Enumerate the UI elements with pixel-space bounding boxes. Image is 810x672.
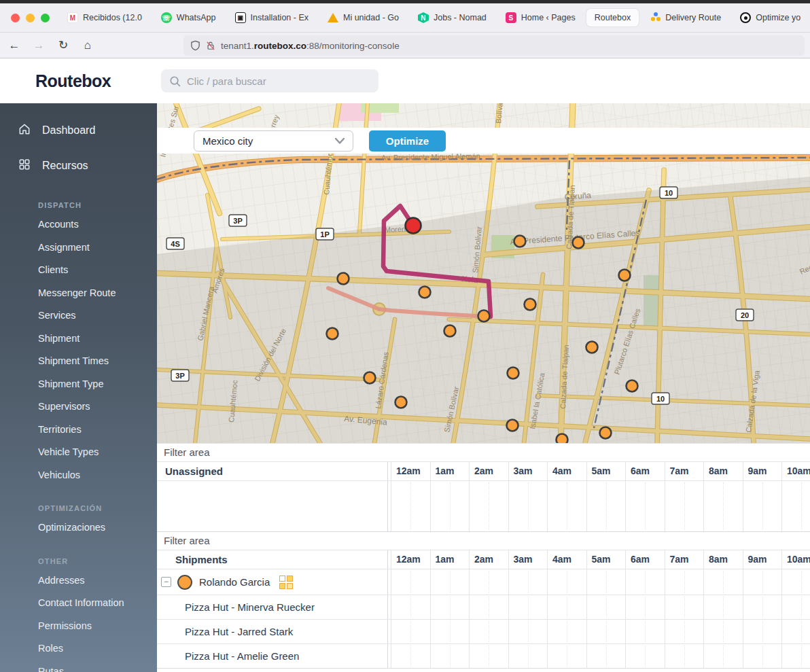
browser-toolbar: ← → ↻ ⌂ tenant1.routebox.co:88/monitorin…: [0, 33, 810, 58]
browser-tab-jobs-nomad[interactable]: Jobs - Nomad: [410, 8, 495, 27]
road-badge: 3P: [171, 370, 189, 381]
tab-label: Recibidos (12.0: [83, 13, 142, 22]
hour-cell: [547, 620, 586, 643]
shipment-marker[interactable]: [507, 420, 518, 431]
home-button[interactable]: ⌂: [77, 36, 98, 55]
browser-tab-home-pages[interactable]: Home ‹ Pages: [497, 8, 584, 27]
timeline-panel-unassigned: Filter areaUnassigned12am1am2am3am4am5am…: [157, 444, 810, 532]
column-header-unassigned: Unassigned: [157, 462, 388, 480]
sidebar-item-vehicle-types[interactable]: Vehicle Types: [0, 441, 157, 464]
sidebar-item-rutas[interactable]: Rutas: [0, 660, 157, 672]
browser-tab-recibidos-12-0[interactable]: Recibidos (12.0: [59, 8, 150, 27]
sidebar-item-services[interactable]: Services: [0, 304, 157, 328]
shipment-marker[interactable]: [419, 287, 431, 298]
shipment-marker[interactable]: [364, 372, 376, 384]
forward-button[interactable]: →: [29, 36, 49, 55]
hour-cell: [743, 620, 782, 643]
sidebar-item-messenger-route[interactable]: Messenger Route: [0, 282, 157, 305]
hour-header-cell: 3am: [508, 550, 548, 569]
collapse-icon[interactable]: −: [161, 577, 171, 587]
road-badge: 1P: [316, 228, 334, 240]
hour-header-cell: 5am: [586, 550, 626, 569]
sidebar-item-recursos[interactable]: Recursos: [0, 148, 157, 183]
minimize-window-button[interactable]: [26, 14, 35, 22]
filter-area[interactable]: Filter area: [157, 532, 810, 550]
sidebar-item-supervisors[interactable]: Supervisors: [0, 395, 157, 419]
shipment-marker[interactable]: [395, 397, 407, 408]
shipment-marker[interactable]: [478, 311, 490, 322]
reload-button[interactable]: ↻: [53, 36, 73, 55]
hour-cell: [508, 644, 548, 668]
shipment-marker[interactable]: [573, 237, 584, 249]
sidebar-item-accounts[interactable]: Accounts: [0, 213, 157, 236]
sidebar-item-territories[interactable]: Territories: [0, 419, 157, 442]
shipment-marker[interactable]: [557, 434, 568, 444]
hour-cell: [508, 569, 548, 595]
shipment-marker[interactable]: [619, 270, 631, 281]
sidebar-item-shipment[interactable]: Shipment: [0, 328, 157, 351]
hour-header-cell: 12am: [391, 550, 430, 569]
maximize-window-button[interactable]: [41, 14, 50, 22]
hour-cell: [547, 644, 586, 668]
map-canvas[interactable]: Av. Presidente Miguel AlemánMorenaSimón …: [157, 103, 810, 443]
shipment-marker[interactable]: [338, 273, 349, 285]
shipment-name: Pizza Hut - Jarred Stark: [157, 620, 388, 643]
hour-cell: [781, 595, 810, 619]
browser-tab-routebox[interactable]: Routebox: [586, 9, 639, 26]
sidebar-item-dashboard[interactable]: Dashboard: [0, 113, 157, 148]
sidebar-section-dispatch: DISPATCH: [38, 201, 157, 209]
shipment-marker[interactable]: [514, 236, 526, 247]
gmail-icon: [67, 12, 78, 23]
browser-tab-whatsapp[interactable]: WhatsApp: [153, 8, 224, 27]
optimize-button[interactable]: Optimize: [369, 130, 446, 152]
shipment-row[interactable]: Pizza Hut - Minerva Ruecker: [157, 595, 810, 619]
shipment-marker[interactable]: [586, 342, 598, 353]
sidebar-item-permissions[interactable]: Permissions: [0, 615, 157, 638]
home-icon: [18, 122, 31, 139]
driver-marker-icon: [177, 575, 192, 590]
hour-cell: [508, 481, 548, 531]
browser-tab-optimize-yo[interactable]: Optimize yo: [732, 8, 809, 27]
filter-area[interactable]: Filter area: [157, 444, 810, 461]
sidebar-item-shipment-type[interactable]: Shipment Type: [0, 373, 157, 396]
hour-cell: [625, 644, 665, 668]
hour-cell: [665, 569, 704, 595]
browser-tab-delivery-route[interactable]: Delivery Route: [641, 8, 729, 27]
shipment-marker[interactable]: [627, 381, 638, 392]
hour-cell: [625, 620, 665, 643]
shipment-row[interactable]: Pizza Hut - Jarred Stark: [157, 619, 810, 643]
close-window-button[interactable]: [11, 14, 20, 22]
current-vehicle-marker[interactable]: [406, 218, 421, 234]
shipment-marker[interactable]: [327, 328, 338, 340]
shipment-marker[interactable]: [525, 299, 536, 311]
hour-cell: [743, 481, 782, 531]
browser-tab-installation-ex[interactable]: Installation - Ex: [227, 8, 317, 27]
main-content: Av. Presidente Miguel AlemánMorenaSimón …: [157, 103, 810, 672]
tab-label: Home ‹ Pages: [521, 13, 576, 22]
shipment-marker[interactable]: [508, 368, 519, 379]
hour-cell: [625, 569, 665, 595]
shipment-row[interactable]: Pizza Hut - Amelie Green: [157, 643, 810, 668]
sidebar-item-assignment[interactable]: Assignment: [0, 236, 157, 260]
hour-cell: [703, 595, 743, 619]
city-selector[interactable]: Mexico city: [194, 130, 353, 152]
group-row[interactable]: −Rolando Garcia: [157, 569, 810, 595]
lock-insecure-icon[interactable]: [206, 40, 215, 51]
sidebar-item-clients[interactable]: Clients: [0, 259, 157, 282]
sidebar-item-optimizaciones[interactable]: Optimizaciones: [0, 516, 157, 540]
sidebar-item-roles[interactable]: Roles: [0, 637, 157, 660]
hour-grid: [391, 569, 810, 595]
shipment-marker[interactable]: [600, 427, 612, 439]
back-button[interactable]: ←: [4, 36, 24, 55]
sidebar-item-contact-information[interactable]: Contact Information: [0, 592, 157, 615]
shipment-marker[interactable]: [444, 325, 456, 337]
sidebar-item-shipment-times[interactable]: Shipment Times: [0, 350, 157, 373]
group-cell: −Rolando Garcia: [157, 569, 388, 595]
shield-icon[interactable]: [190, 40, 200, 51]
app-logo[interactable]: Routebox: [0, 71, 157, 91]
sidebar-item-vehiculos[interactable]: Vehiculos: [0, 464, 157, 487]
sidebar-item-addresses[interactable]: Addresses: [0, 569, 157, 593]
search-input[interactable]: Clic / para buscar: [161, 69, 378, 92]
browser-tab-mi-unidad-go[interactable]: Mi unidad - Go: [319, 9, 407, 26]
url-bar[interactable]: tenant1.routebox.co:88/monitoring-consol…: [183, 35, 805, 56]
